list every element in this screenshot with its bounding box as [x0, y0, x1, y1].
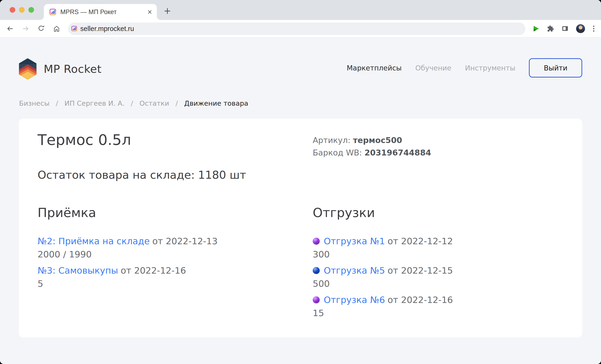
browser-window: MPRS — МП Рокет — [0, 0, 601, 364]
nav-item[interactable]: Обучение — [415, 64, 451, 72]
side-panel-icon[interactable] — [561, 25, 569, 32]
shipment-link[interactable]: Отгрузка №1 — [324, 235, 385, 248]
shipment-value: 300 — [313, 248, 559, 261]
toolbar-nav-icons — [7, 25, 60, 32]
shipment-date: от 2022-12-16 — [388, 293, 453, 306]
home-icon[interactable] — [53, 25, 60, 32]
status-dot-icon — [313, 296, 320, 303]
shipment-item: Отгрузка №5 от 2022-12-15 500 — [313, 264, 559, 290]
shipment-item: Отгрузка №1 от 2022-12-12 300 — [313, 235, 559, 261]
receiving-date: от 2022-12-16 — [121, 264, 186, 277]
sku-value: термос500 — [353, 135, 402, 145]
zoom-window-button[interactable] — [28, 7, 34, 13]
barcode-value: 203196744884 — [365, 148, 431, 157]
shipments-section: Отгрузки Отгрузка №1 от 2022-12-12 300 — [313, 205, 559, 323]
receiving-value: 5 — [38, 277, 284, 290]
tab-strip: MPRS — МП Рокет — [0, 0, 601, 20]
minimize-window-button[interactable] — [19, 7, 25, 13]
profile-avatar[interactable] — [576, 24, 585, 33]
nav-item[interactable]: Инструменты — [465, 64, 516, 72]
sku-label: Артикул: — [313, 135, 351, 145]
page: MP Rocket МаркетплейсыОбучениеИнструмент… — [0, 38, 601, 364]
receiving-item-line: №2: Приёмка на складе от 2022-12-13 — [38, 235, 284, 248]
shipment-item-line: Отгрузка №1 от 2022-12-12 — [313, 235, 559, 248]
receiving-section: Приёмка №2: Приёмка на складе от 2022-12… — [38, 205, 284, 293]
breadcrumb-item[interactable]: ИП Сергеев И. А. — [50, 99, 124, 107]
shipment-item-line: Отгрузка №5 от 2022-12-15 — [313, 264, 559, 277]
browser-tab[interactable]: MPRS — МП Рокет — [44, 4, 157, 20]
logout-button[interactable]: Выйти — [529, 58, 582, 78]
toolbar-right-icons — [532, 24, 595, 33]
mp-rocket-logo-icon — [19, 58, 37, 80]
main-nav: МаркетплейсыОбучениеИнструменты Выйти — [347, 58, 582, 78]
nav-item[interactable]: Маркетплейсы — [347, 64, 402, 72]
receiving-date: от 2022-12-13 — [152, 235, 218, 248]
tab-close-icon[interactable] — [147, 9, 153, 15]
breadcrumb-item[interactable]: Остатки — [124, 99, 169, 107]
site-favicon — [71, 26, 77, 31]
brand-name: MP Rocket — [44, 62, 101, 75]
shipments-list: Отгрузка №1 от 2022-12-12 300 Отгрузка №… — [313, 235, 559, 320]
forward-icon[interactable] — [22, 25, 29, 32]
receiving-item: №2: Приёмка на складе от 2022-12-13 2000… — [38, 235, 284, 261]
extension-play-icon[interactable] — [532, 25, 540, 32]
shipment-date: от 2022-12-12 — [388, 235, 453, 248]
browser-toolbar: seller.mprocket.ru — [0, 20, 601, 38]
receiving-link[interactable]: №2: Приёмка на складе — [38, 235, 150, 248]
browser-menu-icon[interactable] — [592, 25, 595, 32]
status-dot-icon — [313, 267, 320, 274]
shipments-title: Отгрузки — [313, 205, 559, 220]
shipment-link[interactable]: Отгрузка №6 — [324, 293, 385, 306]
shipment-link[interactable]: Отгрузка №5 — [324, 264, 385, 277]
status-dot-icon — [313, 238, 320, 245]
window-controls — [10, 7, 34, 13]
product-title: Термос 0.5л — [38, 131, 131, 148]
breadcrumb-item[interactable]: Движение товара — [169, 99, 248, 107]
stock-value: 1180 шт — [198, 168, 246, 181]
new-tab-button[interactable] — [163, 7, 171, 15]
site-favicon — [50, 9, 56, 15]
receiving-link[interactable]: №3: Самовыкупы — [38, 264, 118, 277]
receiving-item: №3: Самовыкупы от 2022-12-16 5 — [38, 264, 284, 290]
barcode-label: Баркод WB: — [313, 148, 362, 157]
url-bar[interactable]: seller.mprocket.ru — [68, 22, 525, 35]
product-meta: Артикул: термос500 Баркод WB: 2031967448… — [313, 134, 431, 159]
stock-line: Остаток товара на складе: 1180 шт — [38, 168, 246, 181]
close-window-button[interactable] — [10, 7, 15, 13]
receiving-value: 2000 / 1990 — [38, 248, 284, 261]
barcode-line: Баркод WB: 203196744884 — [313, 147, 431, 159]
sku-line: Артикул: термос500 — [313, 134, 431, 147]
stock-label: Остаток товара на складе: — [38, 168, 195, 181]
breadcrumb: БизнесыИП Сергеев И. А.ОстаткиДвижение т… — [19, 99, 248, 107]
tab-title: MPRS — МП Рокет — [60, 9, 147, 16]
product-card: Термос 0.5л Артикул: термос500 Баркод WB… — [19, 119, 582, 337]
brand[interactable]: MP Rocket — [19, 58, 101, 80]
nav-links: МаркетплейсыОбучениеИнструменты — [347, 64, 516, 72]
receiving-item-line: №3: Самовыкупы от 2022-12-16 — [38, 264, 284, 277]
receiving-title: Приёмка — [38, 205, 284, 220]
extensions-puzzle-icon[interactable] — [547, 25, 554, 32]
shipment-item-line: Отгрузка №6 от 2022-12-16 — [313, 293, 559, 306]
shipment-date: от 2022-12-15 — [388, 264, 453, 277]
back-icon[interactable] — [7, 25, 14, 32]
shipment-item: Отгрузка №6 от 2022-12-16 15 — [313, 293, 559, 320]
reload-icon[interactable] — [38, 25, 45, 32]
breadcrumb-item[interactable]: Бизнесы — [19, 99, 50, 107]
url-text: seller.mprocket.ru — [80, 25, 134, 33]
receiving-list: №2: Приёмка на складе от 2022-12-13 2000… — [38, 235, 284, 290]
shipment-value: 500 — [313, 277, 559, 290]
screen: MPRS — МП Рокет — [0, 0, 601, 364]
shipment-value: 15 — [313, 306, 559, 320]
